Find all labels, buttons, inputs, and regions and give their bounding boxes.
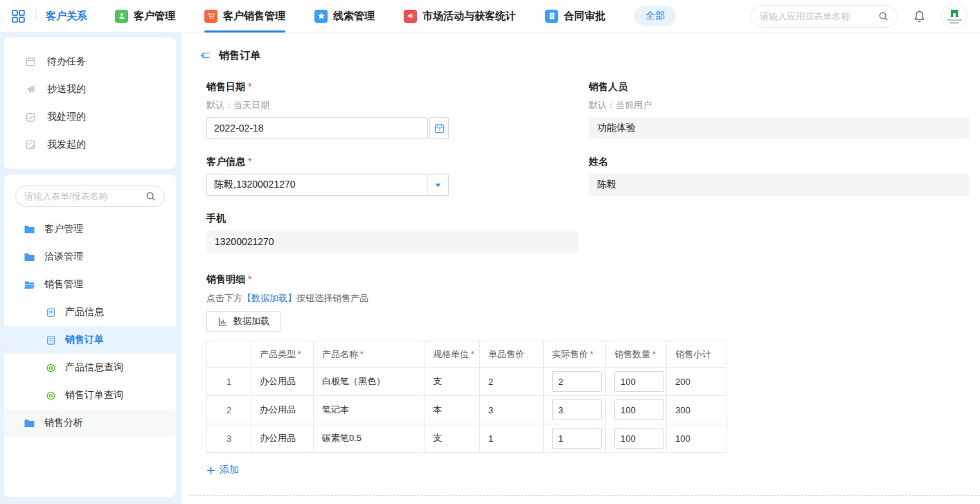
- spec-unit-cell: 本: [425, 396, 480, 424]
- all-apps-button[interactable]: 全部: [634, 6, 676, 26]
- clipboard-check-icon: [25, 111, 36, 123]
- detail-section: 销售明细 * 点击下方【数据加载】按钮选择销售产品 数据加载: [206, 273, 970, 476]
- subtotal-cell: 300: [667, 396, 727, 424]
- required-mark: *: [652, 350, 656, 359]
- app-tabs: 客户管理客户销售管理线索管理市场活动与获客统计合同审批: [115, 0, 634, 33]
- global-search[interactable]: [751, 5, 898, 28]
- field-mobile: 手机 13200021270: [206, 213, 578, 253]
- megaphone-icon: [404, 10, 417, 23]
- calendar-gray-icon: [25, 56, 36, 67]
- required-mark: *: [590, 350, 594, 359]
- app-tab-4[interactable]: 市场活动与获客统计: [404, 0, 516, 33]
- sale-date-input[interactable]: [206, 117, 428, 139]
- data-load-button[interactable]: 数据加载: [206, 311, 280, 332]
- notification-bell-icon[interactable]: [913, 10, 926, 23]
- quick-item-1[interactable]: 待办任务: [4, 48, 176, 75]
- col-header-5: 实际售价*: [544, 341, 606, 368]
- data-load-label: 数据加载: [233, 315, 269, 327]
- quantity-input[interactable]: [614, 399, 664, 420]
- actual-price-cell: [544, 396, 606, 424]
- detail-table-body: 1办公用品白板笔（黑色）支22002办公用品笔记本本33003办公用品碳素笔0.…: [207, 368, 727, 453]
- search-icon[interactable]: [145, 191, 156, 201]
- form-search-input[interactable]: [24, 191, 145, 201]
- search-icon[interactable]: [878, 11, 889, 21]
- row-index: 1: [207, 368, 251, 396]
- quick-item-label: 抄送我的: [47, 83, 86, 96]
- col-header-2: 产品名称*: [314, 341, 425, 368]
- unit-price-cell: 1: [480, 424, 544, 453]
- app-tab-label: 客户管理: [134, 10, 175, 23]
- add-row-label: 添加: [220, 464, 239, 476]
- tree-item-label: 洽谈管理: [44, 251, 83, 263]
- app-tab-label: 客户销售管理: [223, 10, 285, 23]
- col-header-6: 销售数量*: [606, 341, 667, 368]
- workspace-title[interactable]: 客户关系: [46, 10, 87, 23]
- field-hint: 默认：当前用户: [589, 99, 970, 111]
- add-row-button[interactable]: 添加: [206, 464, 239, 476]
- tree-item-8[interactable]: 销售分析: [4, 409, 176, 437]
- app-tab-3[interactable]: 线索管理: [314, 0, 375, 33]
- select-caret-zone[interactable]: [427, 174, 448, 195]
- tree-item-label: 销售订单: [65, 334, 104, 346]
- product-name-cell: 碳素笔0.5: [314, 424, 425, 453]
- tree-item-label: 产品信息: [65, 306, 104, 318]
- required-mark: *: [471, 350, 474, 359]
- sidebar: 待办任务抄送我的我处理的我发起的 客户管理洽谈管理销售管理产品信息销售订单产品信…: [0, 33, 181, 504]
- folder-icon: [24, 224, 35, 235]
- app-tab-2[interactable]: 客户销售管理: [204, 0, 285, 33]
- tree-item-1[interactable]: 客户管理: [4, 215, 176, 243]
- form-search[interactable]: [15, 186, 165, 207]
- order-form: 销售日期 * 默认：当天日期 7 销售人员: [181, 62, 980, 504]
- org-logo[interactable]: [941, 3, 968, 29]
- tree-item-5[interactable]: 销售订单: [4, 326, 176, 354]
- salesperson-value: 功能体验: [589, 117, 970, 139]
- quantity-input[interactable]: [614, 371, 664, 392]
- tree-item-label: 客户管理: [44, 223, 83, 235]
- hint-load-link[interactable]: 【数据加载】: [242, 293, 296, 303]
- col-header-label: 销售小计: [675, 349, 711, 359]
- quick-item-3[interactable]: 我处理的: [4, 103, 176, 131]
- person-icon: [115, 10, 128, 23]
- global-search-input[interactable]: [760, 11, 878, 21]
- hint-text: 按钮选择销售产品: [296, 293, 368, 303]
- actual-price-input[interactable]: [552, 399, 602, 420]
- tree-item-4[interactable]: 产品信息: [4, 298, 176, 326]
- product-name-cell: 白板笔（黑色）: [314, 368, 425, 396]
- org-logo-text: [950, 22, 959, 24]
- target-icon: [46, 363, 56, 373]
- tree-item-label: 产品信息查询: [65, 361, 123, 374]
- spec-unit-cell: 支: [425, 368, 480, 396]
- quick-item-label: 我处理的: [47, 111, 86, 123]
- doc-icon: [46, 307, 56, 318]
- col-header-1: 产品类型*: [251, 341, 314, 368]
- spec-unit-cell: 支: [425, 424, 480, 453]
- tree-item-7[interactable]: 销售订单查询: [4, 381, 176, 409]
- col-header-label: 实际售价: [552, 349, 588, 359]
- doc-icon: [46, 335, 56, 345]
- actual-price-input[interactable]: [552, 428, 602, 449]
- required-mark: *: [360, 350, 364, 359]
- col-header-4: 单品售价: [480, 341, 544, 368]
- target-icon: [46, 390, 56, 401]
- back-icon[interactable]: [198, 48, 212, 62]
- quantity-input[interactable]: [614, 428, 664, 449]
- field-salesperson: 销售人员 默认：当前用户 功能体验: [589, 81, 970, 139]
- quick-item-4[interactable]: 我发起的: [4, 131, 176, 159]
- tree-item-2[interactable]: 洽谈管理: [4, 243, 176, 271]
- col-header-7: 销售小计: [667, 341, 727, 368]
- actual-price-input[interactable]: [552, 371, 602, 392]
- app-tab-1[interactable]: 客户管理: [115, 0, 175, 33]
- apps-grid-icon[interactable]: [11, 9, 26, 24]
- quick-item-2[interactable]: 抄送我的: [4, 75, 176, 103]
- chevron-down-icon: [434, 181, 442, 189]
- customer-select[interactable]: 陈毅,13200021270: [206, 174, 449, 196]
- app-tab-5[interactable]: 合同审批: [545, 0, 605, 33]
- field-label: 姓名: [589, 156, 608, 168]
- app-window: 客户关系 客户管理客户销售管理线索管理市场活动与获客统计合同审批 全部 待办任务…: [0, 0, 980, 504]
- date-picker-button[interactable]: 7: [429, 117, 449, 139]
- paper-plane-icon: [25, 84, 36, 95]
- tree-item-3[interactable]: 销售管理: [4, 271, 176, 298]
- tree-item-label: 销售管理: [44, 278, 83, 291]
- tree-item-6[interactable]: 产品信息查询: [4, 354, 176, 381]
- field-label: 销售日期: [206, 81, 245, 93]
